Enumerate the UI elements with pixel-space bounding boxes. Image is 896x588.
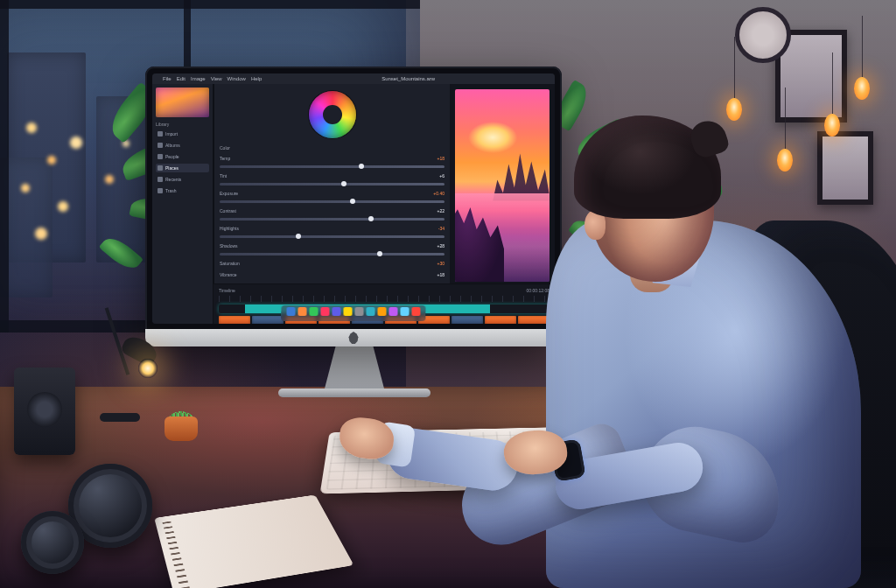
slider-exposure[interactable] (220, 200, 444, 203)
ctrl-tint[interactable]: Tint+6 (220, 172, 444, 179)
dock-app-1[interactable] (298, 307, 307, 316)
dock-app-3[interactable] (321, 307, 330, 316)
dock-app-4[interactable] (332, 307, 341, 316)
slider-highlights[interactable] (220, 235, 444, 238)
ctrl-saturation[interactable]: Saturation+30 (220, 259, 444, 267)
desk-plant-small (159, 396, 203, 441)
adjustments-panel: Color Temp+18 .mini-slider::after{left:v… (214, 84, 450, 284)
menu-edit[interactable]: Edit (177, 76, 186, 81)
desk-lamp (100, 290, 161, 422)
apple-logo-icon (348, 332, 359, 344)
desk-speaker (14, 368, 75, 455)
slider-tint[interactable] (220, 183, 444, 186)
side-places[interactable]: Places (156, 164, 209, 172)
menu-window[interactable]: Window (228, 76, 246, 81)
dock-app-9[interactable] (389, 307, 398, 316)
document-title: Sunset_Mountains.arw (382, 76, 435, 81)
hanging-bulb-4 (854, 77, 870, 100)
timeline-label: Timeline (219, 288, 235, 293)
person (476, 98, 861, 588)
side-albums[interactable]: Albums (156, 141, 209, 150)
workspace-scene: File Edit Image View Window Help Sunset_… (0, 0, 896, 588)
import-icon (158, 131, 163, 136)
thumbnail-preview[interactable] (156, 88, 209, 117)
monitor-stand (324, 345, 385, 392)
side-recents[interactable]: Recents (156, 175, 209, 184)
wall-clock (735, 7, 791, 63)
adjustments-header: Color (220, 145, 444, 150)
left-panel: Library Import Albums People Places Rece… (152, 84, 214, 324)
person-hair (574, 116, 721, 219)
color-wheel[interactable] (309, 91, 356, 138)
slider-shadows[interactable] (220, 253, 444, 256)
menu-help[interactable]: Help (251, 76, 262, 81)
ctrl-vibrance[interactable]: Vibrance+18 (220, 270, 444, 278)
dock-app-11[interactable] (412, 307, 421, 316)
dock-app-6[interactable] (355, 307, 364, 316)
dock-app-7[interactable] (367, 307, 375, 316)
dock-app-0[interactable] (287, 307, 296, 316)
dock-app-8[interactable] (378, 307, 387, 316)
macos-menubar[interactable]: File Edit Image View Window Help Sunset_… (152, 74, 555, 84)
monitor-foot (278, 388, 430, 397)
dock-app-10[interactable] (401, 307, 410, 316)
side-import[interactable]: Import (156, 130, 209, 138)
ctrl-contrast[interactable]: Contrast+22 (220, 206, 444, 214)
ctrl-highlights[interactable]: Highlights-34 (220, 224, 444, 232)
side-trash[interactable]: Trash (156, 186, 209, 195)
slider-contrast[interactable] (220, 218, 444, 220)
dock-app-5[interactable] (344, 307, 353, 316)
ctrl-shadows[interactable]: Shadows+28 (220, 242, 444, 249)
dock-app-2[interactable] (310, 307, 318, 316)
side-people[interactable]: People (156, 152, 209, 161)
trash-icon (158, 188, 163, 193)
ctrl-exposure[interactable]: Exposure+0.40 (220, 189, 444, 197)
menu-file[interactable]: File (163, 76, 172, 81)
macos-dock[interactable] (282, 305, 426, 321)
ctrl-temp[interactable]: Temp+18 (220, 154, 444, 162)
left-panel-section: Library (156, 122, 209, 127)
camera-lens-small (21, 511, 84, 574)
recents-icon (158, 177, 163, 182)
menu-view[interactable]: View (211, 76, 222, 81)
slider-temp[interactable]: .mini-slider::after{left:var(--p,50%)} (220, 165, 444, 168)
places-icon (158, 165, 163, 171)
menu-image[interactable]: Image (191, 76, 206, 81)
people-icon (158, 154, 163, 159)
albums-icon (158, 143, 163, 148)
